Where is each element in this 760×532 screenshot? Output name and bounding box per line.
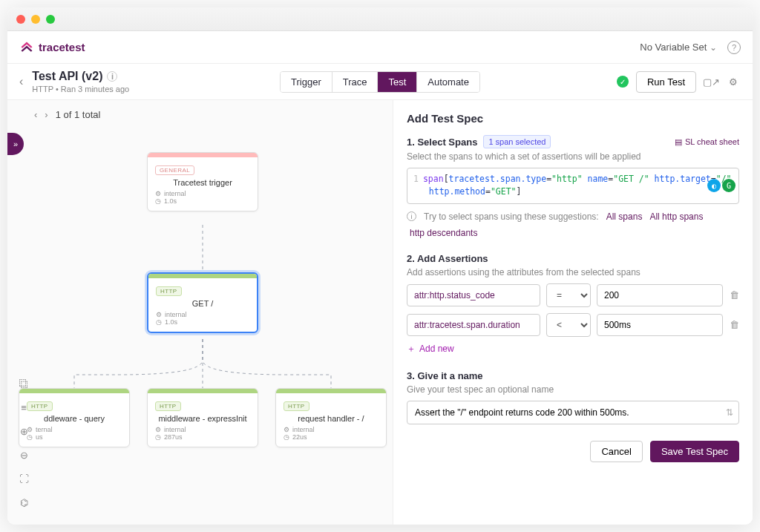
editor-floating-icons: ◐ G [707, 179, 736, 192]
page-meta: HTTP • Ran 3 minutes ago [32, 85, 129, 93]
assertion-row: = 🗑 [407, 283, 739, 307]
variable-set-dropdown[interactable]: No Variable Set ⌄ [640, 42, 717, 53]
brand-text: tracetest [39, 41, 85, 53]
step1-label: 1. Select Spans [407, 137, 477, 148]
mac-titlebar [7, 7, 753, 31]
step2-sub: Add assertions using the attributes from… [407, 267, 739, 278]
suggestion-all-http[interactable]: All http spans [649, 211, 703, 222]
grammarly-icon[interactable]: G [722, 179, 736, 192]
info-icon[interactable]: i [107, 71, 117, 82]
span-duration: ◷ us [27, 433, 122, 441]
trace-canvas[interactable]: ‹ › 1 of 1 total GENERAL Tracetest trigg… [7, 100, 393, 525]
assertion-value-input[interactable] [597, 284, 723, 306]
spec-name-input[interactable] [407, 401, 739, 424]
zoom-in-icon[interactable]: ⊕ [16, 424, 31, 439]
span-duration: ◷ 22us [284, 433, 379, 441]
chevron-down-icon: ⌄ [710, 42, 717, 53]
span-tag: HTTP [155, 401, 181, 411]
assertion-row: < 🗑 [407, 313, 739, 337]
list-icon[interactable]: ≡ [16, 400, 31, 415]
flow-icon[interactable]: ⿻ [16, 376, 31, 391]
prev-icon[interactable]: ‹ [34, 109, 37, 120]
fullscreen-icon[interactable]: ⛶ [16, 471, 31, 486]
assertion-attr-input[interactable] [407, 284, 540, 306]
add-assertion-button[interactable]: ＋Add new [407, 343, 739, 355]
page-title: Test API (v2) i [32, 70, 129, 83]
span-title: middleware - expressInit [155, 414, 250, 423]
span-node-mw-express[interactable]: HTTP middleware - expressInit ⚙ internal… [147, 388, 258, 447]
tab-automate[interactable]: Automate [417, 72, 479, 92]
canvas-pager: ‹ › 1 of 1 total [34, 109, 100, 120]
step3-sub: Give your test spec an optional name [407, 384, 739, 395]
edit-icon[interactable]: ⇅ [726, 407, 733, 418]
minimize-icon[interactable] [31, 15, 40, 24]
status-success-icon: ✓ [617, 76, 629, 88]
span-duration: ◷ 1.0s [155, 197, 250, 205]
hint-icon[interactable]: ◐ [707, 179, 721, 192]
view-tabs: Trigger Trace Test Automate [280, 71, 480, 93]
span-service: ⚙ internal [155, 426, 250, 433]
span-tag: HTTP [156, 286, 182, 296]
cancel-button[interactable]: Cancel [590, 441, 642, 462]
step3-label: 3. Give it a name [407, 370, 483, 381]
selector-editor[interactable]: 1span[tracetest.span.type="http" name="G… [407, 168, 739, 204]
close-icon[interactable] [16, 15, 25, 24]
back-button[interactable]: ‹ [19, 75, 23, 88]
sub-header: ‹ Test API (v2) i HTTP • Ran 3 minutes a… [7, 64, 753, 100]
save-test-spec-button[interactable]: Save Test Spec [650, 441, 739, 462]
assertion-op-select[interactable]: = [546, 283, 591, 307]
step2-label: 2. Add Assertions [407, 253, 488, 264]
tab-trace[interactable]: Trace [332, 72, 379, 92]
gear-icon[interactable]: ⚙ [726, 74, 741, 89]
app-window: tracetest No Variable Set ⌄ ? ‹ Test API… [7, 7, 753, 525]
span-title: GET / [156, 299, 249, 308]
next-icon[interactable]: › [45, 109, 48, 120]
assertion-op-select[interactable]: < [546, 313, 591, 337]
span-title: ddleware - query [27, 414, 122, 423]
pager-count: 1 of 1 total [56, 109, 101, 120]
span-tag: GENERAL [155, 165, 194, 175]
span-service: ⚙ internal [284, 426, 379, 433]
span-node-get[interactable]: HTTP GET / ⚙ internal ◷ 1.0s [147, 272, 258, 333]
maximize-icon[interactable] [46, 15, 55, 24]
help-icon[interactable]: ? [727, 41, 741, 54]
suggestion-label: Try to select spans using these suggesti… [424, 211, 599, 222]
tab-trigger[interactable]: Trigger [281, 72, 332, 92]
span-duration: ◷ 1.0s [156, 318, 249, 326]
run-test-button[interactable]: Run Test [636, 71, 696, 93]
test-spec-drawer: Add Test Spec 1. Select Spans 1 span sel… [393, 100, 753, 525]
span-title: Tracetest trigger [155, 178, 250, 187]
span-service: ⚙ ternal [27, 426, 122, 433]
logo-icon [19, 40, 34, 55]
top-nav: tracetest No Variable Set ⌄ ? [7, 31, 753, 64]
span-tag: HTTP [284, 401, 309, 411]
export-icon[interactable]: ▢↗ [704, 74, 718, 89]
assertion-value-input[interactable] [597, 314, 723, 336]
delete-icon[interactable]: 🗑 [729, 319, 739, 330]
span-node-mw-query[interactable]: HTTP ddleware - query ⚙ ternal ◷ us [19, 388, 130, 447]
span-node-trigger[interactable]: GENERAL Tracetest trigger ⚙ internal ◷ 1… [147, 152, 258, 211]
plus-icon: ＋ [407, 343, 416, 355]
span-title: request handler - / [284, 414, 379, 423]
drawer-title: Add Test Spec [407, 112, 739, 125]
cheat-sheet-link[interactable]: ▤ SL cheat sheet [675, 137, 739, 147]
delete-icon[interactable]: 🗑 [729, 289, 739, 301]
brand-logo[interactable]: tracetest [19, 40, 85, 55]
span-duration: ◷ 287us [155, 433, 250, 441]
main-content: » ‹ › 1 of 1 total GENERAL Tracetest tri… [7, 100, 753, 525]
suggestion-http-desc[interactable]: http descendants [410, 228, 477, 238]
tab-test[interactable]: Test [378, 72, 417, 92]
span-selected-chip: 1 span selected [483, 135, 551, 148]
suggestion-all-spans[interactable]: All spans [606, 211, 643, 222]
span-node-handler[interactable]: HTTP request handler - / ⚙ internal ◷ 22… [275, 388, 387, 447]
canvas-toolbar: ⿻ ≡ ⊕ ⊖ ⛶ ⌬ [16, 376, 31, 510]
info-icon: i [407, 211, 416, 221]
tree-icon[interactable]: ⌬ [16, 495, 31, 510]
step1-sub: Select the spans to which a set of asser… [407, 151, 739, 162]
zoom-out-icon[interactable]: ⊖ [16, 447, 31, 462]
span-service: ⚙ internal [155, 190, 250, 197]
assertion-attr-input[interactable] [407, 314, 540, 336]
span-service: ⚙ internal [156, 311, 249, 318]
